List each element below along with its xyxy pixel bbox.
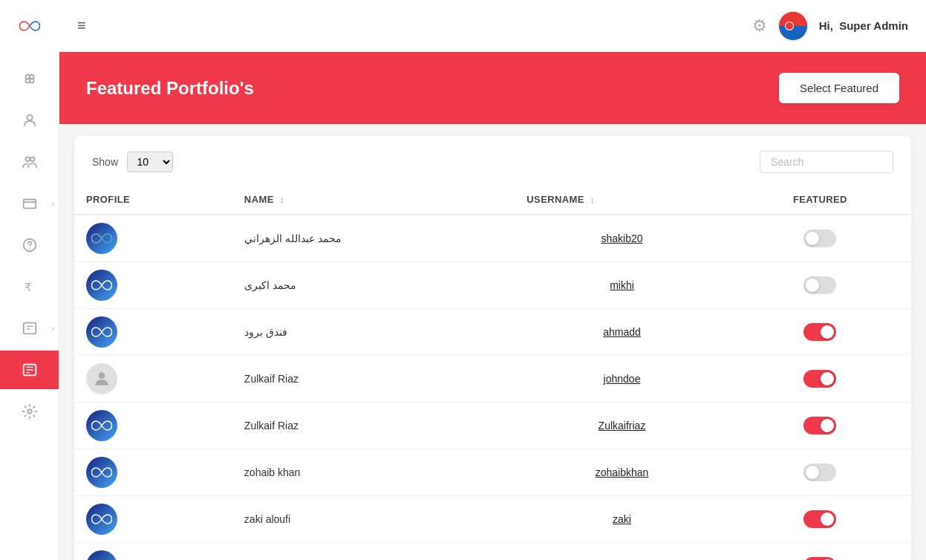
name-text: zaki aloufi bbox=[244, 513, 290, 525]
table-controls: Show 10 25 50 100 bbox=[74, 151, 911, 185]
table-row: zohaib khanzohaibkhan bbox=[74, 449, 911, 496]
featured-toggle[interactable] bbox=[803, 510, 836, 528]
toggle-slider bbox=[803, 370, 836, 388]
sidebar-item-settings[interactable] bbox=[0, 392, 59, 431]
cell-profile bbox=[74, 543, 232, 561]
table-row: yousra charif tribakyousra bbox=[74, 543, 911, 561]
sidebar-item-card[interactable]: › bbox=[0, 184, 59, 223]
sidebar-logo bbox=[0, 0, 59, 52]
sidebar-item-rupee[interactable]: ₹ bbox=[0, 267, 59, 306]
cell-username: Zulkaifriaz bbox=[515, 403, 728, 449]
dashboard-icon bbox=[22, 71, 38, 87]
col-featured: FEATURED bbox=[729, 185, 911, 215]
sidebar-navigation: › ₹ › bbox=[0, 52, 59, 431]
toggle-slider bbox=[803, 510, 836, 528]
featured-toggle[interactable] bbox=[803, 370, 836, 388]
help-icon bbox=[22, 237, 38, 253]
avatar-infinity bbox=[86, 270, 117, 301]
cell-profile bbox=[74, 215, 232, 262]
search-container bbox=[760, 151, 893, 173]
svg-rect-7 bbox=[23, 200, 36, 209]
username-link[interactable]: zohaibkhan bbox=[596, 466, 649, 478]
cell-username: yousra bbox=[515, 543, 728, 561]
svg-point-3 bbox=[30, 79, 34, 83]
sidebar-item-featured[interactable] bbox=[0, 351, 59, 389]
search-input[interactable] bbox=[760, 151, 893, 173]
sidebar-item-team[interactable] bbox=[0, 143, 59, 181]
featured-toggle[interactable] bbox=[803, 229, 836, 247]
topbar-right: ⚙ Hi, Super Admin bbox=[752, 10, 908, 42]
username-link[interactable]: ahmadd bbox=[603, 326, 641, 338]
page-header: Featured Portfolio's Select Featured bbox=[59, 52, 926, 124]
sidebar-item-portfolio[interactable]: › bbox=[0, 309, 59, 348]
featured-icon bbox=[22, 362, 38, 378]
sidebar-item-user[interactable] bbox=[0, 101, 59, 140]
cell-username: johndoe bbox=[515, 356, 728, 403]
hamburger-menu[interactable]: ≡ bbox=[77, 17, 86, 34]
cell-name: محمد عبدالله الزهراني bbox=[232, 215, 515, 262]
sidebar-item-help[interactable] bbox=[0, 226, 59, 264]
cell-profile bbox=[74, 309, 232, 356]
rupee-icon: ₹ bbox=[22, 279, 38, 295]
team-icon bbox=[22, 154, 38, 170]
cell-featured bbox=[729, 356, 911, 403]
name-text: Zulkaif Riaz bbox=[244, 373, 299, 385]
cell-featured bbox=[729, 309, 911, 356]
sidebar: › ₹ › bbox=[0, 0, 59, 560]
avatar-flag-svg bbox=[779, 12, 807, 40]
toggle-slider bbox=[803, 276, 836, 294]
settings-icon bbox=[22, 403, 38, 420]
hi-label: Hi, bbox=[819, 19, 833, 32]
svg-point-10 bbox=[29, 248, 30, 250]
table-container: Show 10 25 50 100 PROFILE bbox=[74, 136, 911, 560]
col-name[interactable]: NAME ↕ bbox=[232, 185, 515, 215]
cell-name: فندق برود bbox=[232, 309, 515, 356]
show-select[interactable]: 10 25 50 100 bbox=[127, 152, 173, 172]
cell-featured bbox=[729, 449, 911, 496]
name-text: محمد اکبری bbox=[244, 279, 296, 291]
featured-toggle[interactable] bbox=[803, 557, 836, 560]
cell-profile bbox=[74, 356, 232, 403]
toggle-slider bbox=[803, 417, 836, 434]
col-username[interactable]: USERNAME ↕ bbox=[515, 185, 728, 215]
username-link[interactable]: zaki bbox=[613, 513, 631, 525]
user-icon bbox=[22, 112, 38, 128]
table-row: فندق برودahmadd bbox=[74, 309, 911, 356]
cell-username: zaki bbox=[515, 496, 728, 543]
svg-rect-12 bbox=[23, 323, 36, 334]
name-text: فندق برود bbox=[244, 326, 287, 338]
cell-name: Zulkaif Riaz bbox=[232, 403, 515, 449]
sidebar-item-dashboard[interactable] bbox=[0, 59, 59, 98]
table-body: محمد عبدالله الزهرانيshakib20 محمد اکبری… bbox=[74, 215, 911, 560]
svg-point-4 bbox=[27, 115, 32, 120]
username-link[interactable]: johndoe bbox=[604, 373, 641, 385]
table-row: محمد عبدالله الزهرانيshakib20 bbox=[74, 215, 911, 262]
username-link[interactable]: mikhi bbox=[610, 279, 634, 291]
col-profile: PROFILE bbox=[74, 185, 232, 215]
username-link[interactable]: shakib20 bbox=[601, 232, 642, 244]
username-link[interactable]: Zulkaifriaz bbox=[599, 420, 646, 432]
svg-point-19 bbox=[27, 409, 32, 414]
select-featured-button[interactable]: Select Featured bbox=[779, 73, 899, 103]
cell-username: shakib20 bbox=[515, 215, 728, 262]
featured-toggle[interactable] bbox=[803, 417, 836, 434]
name-text: محمد عبدالله الزهراني bbox=[244, 232, 342, 244]
featured-toggle[interactable] bbox=[803, 276, 836, 294]
avatar-infinity bbox=[86, 550, 117, 560]
table-header: PROFILE NAME ↕ USERNAME ↕ FEATURED bbox=[74, 185, 911, 215]
settings-topbar-icon[interactable]: ⚙ bbox=[752, 16, 767, 36]
avatar-infinity bbox=[86, 410, 117, 441]
greeting-text: Hi, Super Admin bbox=[819, 19, 908, 32]
svg-text:₹: ₹ bbox=[24, 281, 31, 293]
svg-point-5 bbox=[25, 157, 30, 162]
username-label: Super Admin bbox=[839, 19, 908, 32]
cell-name: zaki aloufi bbox=[232, 496, 515, 543]
svg-point-25 bbox=[786, 22, 793, 30]
cell-featured bbox=[729, 215, 911, 262]
featured-toggle[interactable] bbox=[803, 323, 836, 341]
featured-toggle[interactable] bbox=[803, 463, 836, 481]
avatar-flag-image bbox=[779, 10, 807, 42]
cell-profile bbox=[74, 496, 232, 543]
cell-username: ahmadd bbox=[515, 309, 728, 356]
toggle-slider bbox=[803, 229, 836, 247]
